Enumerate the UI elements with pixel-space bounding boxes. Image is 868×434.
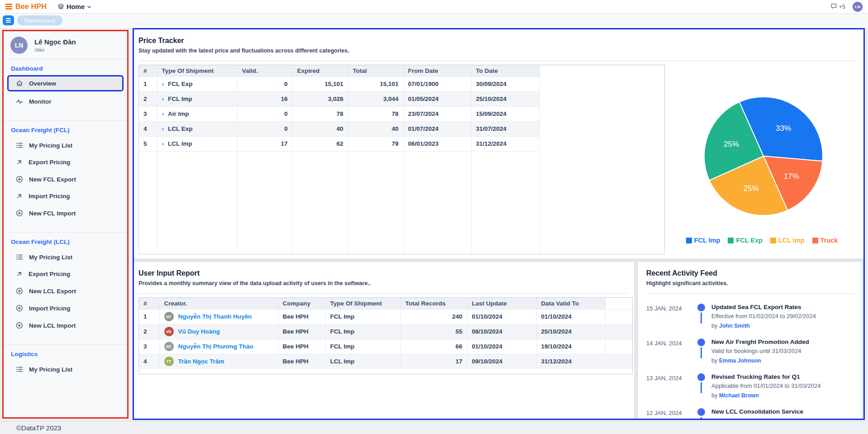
activity-date: 12 JAN, 2024	[646, 408, 691, 419]
chevron-right-icon[interactable]: ›	[162, 95, 164, 102]
legend-swatch	[686, 238, 692, 243]
price-tracker-subtitle: Stay updated with the latest price and f…	[138, 48, 856, 54]
message-bubble-icon	[830, 3, 837, 11]
expired-cell: 3,028	[292, 91, 348, 106]
plus-circle-icon	[16, 322, 23, 329]
sidebar-item-monitor[interactable]: Monitor	[4, 93, 127, 110]
pie-slice-label: 25%	[744, 184, 759, 193]
shipment-type-cell[interactable]: ›LCL Imp	[157, 136, 237, 151]
from-date-cell: 07/01/1900	[403, 76, 471, 91]
sidebar-profile[interactable]: LN Lê Ngọc Đàn /dan	[4, 31, 127, 59]
legend-item-fcl-imp[interactable]: FCL Imp	[686, 237, 720, 244]
sidebar-item-overview[interactable]: Overview	[7, 75, 124, 91]
shipment-type-cell[interactable]: ›Air Imp	[157, 106, 237, 121]
plus-circle-icon	[16, 305, 23, 312]
company-cell: Bee HPH	[278, 339, 325, 354]
creator-link[interactable]: Vũ Duy Hoàng	[178, 328, 220, 335]
sidebar-item-label: New LCL Import	[29, 322, 76, 329]
sidebar-item-import-pricing[interactable]: Import Pricing	[4, 188, 127, 205]
total-cell: 79	[348, 136, 403, 151]
sidebar-item-export-pricing[interactable]: Export Pricing	[4, 154, 127, 171]
breadcrumb-chip[interactable]: Dashboard	[17, 15, 62, 25]
sidebar-item-my-pricing-list[interactable]: My Pricing List	[4, 361, 127, 378]
total-records-cell: 17	[401, 354, 467, 369]
user-input-report-card: User Input Report Provides a monthly sum…	[134, 262, 634, 419]
legend-item-lcl-imp[interactable]: LCL Imp	[770, 237, 805, 244]
legend-label: Truck	[820, 237, 838, 244]
shipment-type-cell[interactable]: ›LCL Exp	[157, 121, 237, 136]
sidebar-item-new-lcl-import[interactable]: New LCL Import	[4, 317, 127, 334]
page-footer: ©DataTP 2023	[0, 421, 868, 434]
sidebar-item-label: New FCL Export	[29, 176, 76, 183]
timeline-dot-icon	[697, 408, 705, 416]
menu-icon[interactable]	[5, 4, 12, 10]
sidebar-item-new-fcl-import[interactable]: New FCL Import	[4, 205, 127, 222]
legend-label: LCL Imp	[778, 237, 805, 244]
sidebar-item-export-pricing[interactable]: Export Pricing	[4, 266, 127, 282]
chevron-right-icon[interactable]: ›	[162, 140, 164, 147]
brand-logo[interactable]: Bee HPH	[15, 3, 47, 11]
main-content: Price Tracker Stay updated with the late…	[133, 28, 865, 420]
shipment-type-cell: LCL Imp	[325, 354, 401, 369]
legend-item-truck[interactable]: Truck	[812, 237, 838, 244]
creator-cell: NTNguyễn Thị Thanh Huyền	[159, 309, 278, 324]
user-input-table-container: #Creator.CompanyType Of ShipmentTotal Re…	[138, 297, 633, 374]
row-index: 3	[139, 339, 159, 354]
sidebar-item-label: Export Pricing	[29, 271, 70, 277]
expired-cell: 15,101	[292, 76, 348, 91]
legend-swatch	[770, 238, 776, 243]
author-link[interactable]: John Smith	[719, 323, 750, 329]
sidebar-item-new-fcl-export[interactable]: New FCL Export	[4, 171, 127, 188]
to-date-cell: 15/09/2024	[471, 106, 539, 121]
user-avatar[interactable]: LN	[853, 2, 863, 12]
data-valid-to-cell: 19/10/2024	[536, 339, 605, 354]
nav-home[interactable]: Home	[57, 3, 91, 10]
sidebar-item-label: New LCL Export	[29, 288, 76, 295]
table-header-row: #Type Of ShipmentValid.ExpiredTotalFrom …	[139, 65, 539, 76]
nav-home-label: Home	[67, 3, 85, 10]
sidebar-item-my-pricing-list[interactable]: My Pricing List	[4, 137, 127, 154]
activity-date: 14 JAN, 2024	[646, 339, 691, 364]
row-index: 2	[139, 324, 159, 339]
list-icon	[16, 253, 23, 261]
author-link[interactable]: Emma Johnson	[719, 358, 761, 364]
shipment-type-cell: FCL Imp	[325, 339, 401, 354]
to-date-cell: 31/07/2024	[471, 121, 539, 136]
sidebar-section: Ocean Freight (LCL)My Pricing ListExport…	[4, 233, 127, 344]
activity-entry: 15 JAN, 2024Updated Sea FCL Export Rates…	[646, 304, 854, 329]
divider	[138, 293, 627, 294]
shipment-type-cell[interactable]: ›FCL Exp	[157, 76, 237, 91]
row-index: 4	[139, 121, 157, 136]
legend-item-fcl-exp[interactable]: FCL Exp	[728, 237, 763, 244]
messages-button[interactable]: +5	[830, 3, 845, 11]
chevron-right-icon[interactable]: ›	[162, 125, 164, 132]
sidebar-item-label: My Pricing List	[29, 366, 72, 373]
sidebar-item-import-pricing[interactable]: Import Pricing	[4, 300, 127, 317]
legend-swatch	[812, 238, 818, 243]
activity-author: by John Smith	[711, 323, 816, 329]
plus-circle-icon	[16, 210, 23, 217]
sidebar-item-label: Import Pricing	[29, 193, 70, 200]
sidebar-item-new-lcl-export[interactable]: New LCL Export	[4, 282, 127, 300]
author-link[interactable]: Michael Brown	[719, 392, 759, 399]
to-date-cell: 25/10/2024	[471, 91, 539, 106]
shipment-type-cell[interactable]: ›FCL Imp	[157, 91, 237, 106]
creator-link[interactable]: Nguyễn Thị Phương Thảo	[178, 343, 253, 350]
sidebar: LN Lê Ngọc Đàn /dan DashboardOverviewMon…	[2, 30, 129, 419]
sidebar-item-label: Monitor	[29, 98, 52, 105]
chevron-right-icon[interactable]: ›	[162, 110, 164, 117]
legend-label: FCL Imp	[694, 237, 720, 244]
total-cell: 15,101	[348, 76, 403, 91]
creator-link[interactable]: Trần Ngọc Trâm	[178, 358, 224, 365]
column-header: Expired	[292, 65, 348, 76]
chevron-right-icon[interactable]: ›	[162, 81, 164, 87]
timeline-marker	[691, 373, 711, 399]
sidebar-toggle-button[interactable]	[3, 15, 14, 25]
timeline-stem	[701, 417, 702, 419]
sidebar-item-label: My Pricing List	[29, 254, 72, 261]
sidebar-item-my-pricing-list[interactable]: My Pricing List	[4, 248, 127, 266]
timeline-marker	[691, 304, 711, 329]
arrow-up-right-icon	[16, 271, 23, 277]
total-records-cell: 66	[401, 339, 467, 354]
creator-link[interactable]: Nguyễn Thị Thanh Huyền	[178, 313, 252, 320]
